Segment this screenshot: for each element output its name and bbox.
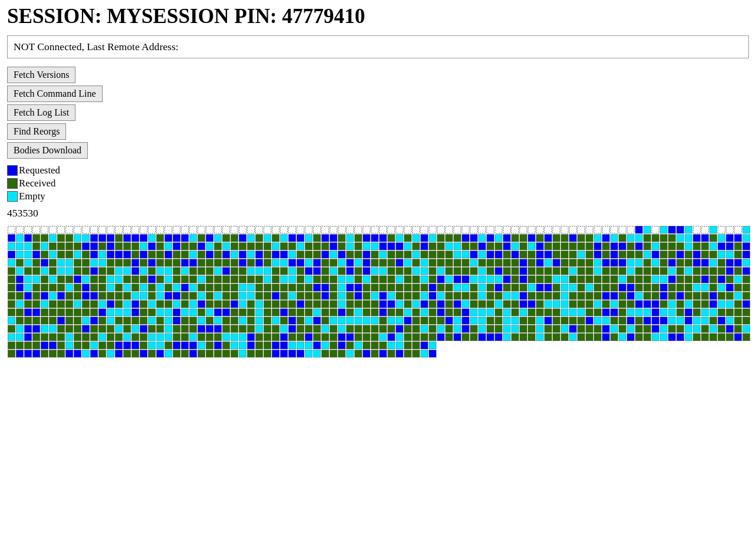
session-title: SESSION: MYSESSION PIN: 47779410 — [7, 5, 749, 28]
empty-color-swatch — [7, 191, 18, 202]
fetch-log-list-button[interactable]: Fetch Log List — [7, 104, 75, 121]
block-grid-canvas — [7, 225, 751, 359]
received-color-swatch — [7, 178, 18, 189]
fetch-command-line-button[interactable]: Fetch Command Line — [7, 86, 103, 102]
status-bar: NOT Connected, Last Remote Address: — [7, 35, 749, 58]
block-count: 453530 — [7, 207, 749, 219]
legend-received: Received — [7, 178, 749, 189]
bodies-download-button[interactable]: Bodies Download — [7, 142, 88, 159]
legend-empty: Empty — [7, 191, 749, 202]
fetch-versions-button[interactable]: Fetch Versions — [7, 67, 75, 83]
legend: Requested Received Empty — [7, 165, 749, 202]
empty-label: Empty — [19, 191, 45, 202]
received-label: Received — [19, 178, 55, 189]
find-reorgs-button[interactable]: Find Reorgs — [7, 123, 66, 140]
requested-color-swatch — [7, 165, 18, 176]
block-grid-container — [7, 225, 749, 359]
button-group: Fetch Versions Fetch Command Line Fetch … — [7, 67, 749, 159]
legend-requested: Requested — [7, 165, 749, 176]
requested-label: Requested — [19, 165, 60, 176]
